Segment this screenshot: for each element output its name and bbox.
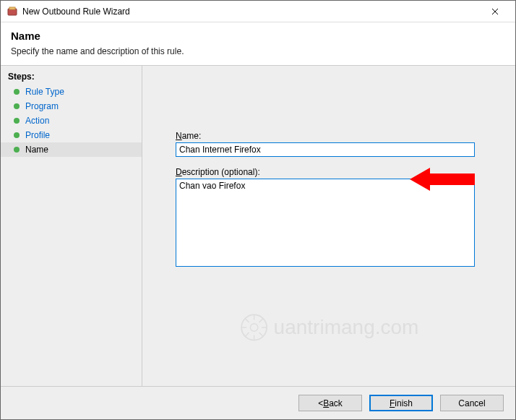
- window-title: New Outbound Rule Wizard: [22, 7, 481, 17]
- bullet-icon: [14, 118, 20, 124]
- svg-line-10: [259, 333, 263, 336]
- description-input[interactable]: Chan vao Firefox: [176, 179, 475, 267]
- description-group: Description (optional): Chan vao Firefox: [176, 167, 494, 269]
- bullet-icon: [14, 132, 20, 138]
- svg-point-4: [250, 324, 258, 332]
- svg-rect-1: [9, 7, 15, 9]
- watermark-text: uantrimang.com: [274, 316, 419, 339]
- step-rule-type[interactable]: Rule Type: [1, 85, 142, 99]
- wizard-content: Name: Description (optional): Chan vao F…: [142, 66, 515, 386]
- step-action[interactable]: Action: [1, 113, 142, 128]
- wizard-footer: < Back Finish Cancel: [1, 386, 515, 419]
- wizard-body: Steps: Rule Type Program Action Profile …: [1, 66, 515, 386]
- svg-line-9: [245, 319, 249, 322]
- bullet-icon: [14, 147, 20, 153]
- step-name[interactable]: Name: [1, 142, 142, 157]
- steps-header: Steps:: [1, 69, 142, 85]
- step-program[interactable]: Program: [1, 99, 142, 113]
- step-label: Rule Type: [25, 87, 64, 97]
- step-label: Action: [25, 116, 49, 126]
- cancel-button[interactable]: Cancel: [440, 395, 504, 411]
- step-label: Program: [25, 101, 59, 111]
- wizard-header: Name Specify the name and description of…: [1, 22, 515, 66]
- name-group: Name:: [176, 131, 494, 157]
- description-label: Description (optional):: [176, 167, 494, 177]
- back-button[interactable]: < Back: [298, 395, 362, 411]
- name-input[interactable]: [176, 142, 475, 157]
- close-button[interactable]: [481, 1, 509, 22]
- step-label: Name: [25, 145, 48, 155]
- name-label: Name:: [176, 131, 494, 141]
- page-subtitle: Specify the name and description of this…: [11, 46, 505, 56]
- finish-button[interactable]: Finish: [369, 395, 433, 411]
- app-icon: [7, 6, 18, 17]
- watermark: uantrimang.com: [239, 312, 419, 343]
- titlebar: New Outbound Rule Wizard: [1, 1, 515, 22]
- step-label: Profile: [25, 130, 50, 140]
- wizard-window: New Outbound Rule Wizard Name Specify th…: [0, 0, 516, 420]
- step-profile[interactable]: Profile: [1, 128, 142, 142]
- steps-sidebar: Steps: Rule Type Program Action Profile …: [1, 66, 142, 386]
- svg-line-11: [259, 319, 263, 322]
- svg-point-3: [241, 315, 267, 340]
- bullet-icon: [14, 103, 20, 109]
- page-title: Name: [11, 30, 505, 42]
- svg-line-12: [245, 333, 249, 336]
- bullet-icon: [14, 89, 20, 95]
